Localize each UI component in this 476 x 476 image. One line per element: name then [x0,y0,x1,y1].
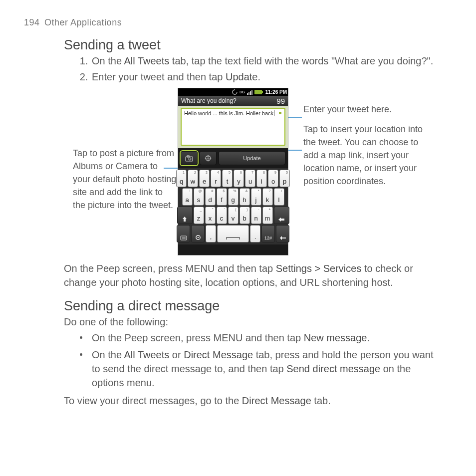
key[interactable]: u7 [245,170,255,187]
figure-row: Tap to post a picture from Albums or Cam… [64,88,441,255]
after-figure-para: On the Peep screen, press MENU and then … [64,261,441,289]
dm-outro: To view your direct messages, go to the … [64,394,441,408]
key[interactable]: m+ [262,207,273,224]
svg-rect-1 [248,92,249,95]
tweet-input-text: Hello world ... this is Jim. Holler back [184,110,273,116]
callout-right-2: Tap to insert your location into the twe… [303,123,433,188]
key[interactable]: d# [205,188,216,206]
svg-rect-10 [181,236,187,240]
heading-sending-tweet: Sending a tweet [64,37,441,53]
camera-button[interactable] [181,151,198,165]
network-3g-icon: 3G [239,90,245,94]
keyboard: q1w2e3r4t5y6u7i8o9p0 a!s@d#f$g%h&j*k?l/ … [178,168,288,244]
key[interactable]: h& [239,188,250,206]
dm-bullet-2: On the All Tweets or Direct Message tab,… [91,348,441,390]
key[interactable] [276,225,289,242]
location-button[interactable] [200,151,217,165]
key[interactable]: x" [205,207,216,224]
key[interactable]: 12# [261,225,275,242]
key[interactable]: l/ [274,188,284,206]
key[interactable]: p0 [279,170,290,187]
key[interactable]: e3 [199,170,210,187]
svg-point-8 [189,158,191,160]
globe-icon [204,154,212,162]
step-1: On the All Tweets tab, tap the text fiel… [91,54,441,68]
sync-icon [232,89,238,95]
key[interactable]: , [206,225,216,242]
svg-rect-2 [250,91,251,95]
key[interactable]: i8 [256,170,267,187]
char-count: 99 [276,97,285,105]
key[interactable]: k? [262,188,273,206]
key[interactable] [177,225,190,242]
dm-bullet-1: On the Peep screen, press MENU and then … [91,331,441,345]
key[interactable] [191,225,205,242]
key[interactable]: a! [182,188,193,206]
phone: 3G 11:26 PM What are you doing? 99 Hello… [178,88,288,255]
key[interactable]: t5 [222,170,233,187]
section-title: Other Applications [44,17,122,27]
body: Sending a tweet On the All Tweets tab, t… [64,37,441,417]
keyboard-row-2: a!s@d#f$g%h&j*k?l/ [179,188,287,206]
title-text: What are you doing? [181,97,237,104]
signal-icon [247,90,252,95]
key[interactable]: w2 [188,170,198,187]
running-header: 194 Other Applications [24,17,122,28]
resize-handle-icon [279,112,281,114]
dm-bullet-list: On the Peep screen, press MENU and then … [64,331,441,390]
update-button[interactable]: Update [219,151,285,165]
keyboard-row-1: q1w2e3r4t5y6u7i8o9p0 [179,170,287,187]
key[interactable]: f$ [217,188,227,206]
key[interactable]: g% [228,188,238,206]
tweet-compose-area: Hello world ... this is Jim. Holler back [178,106,288,148]
battery-icon [254,90,263,94]
key[interactable]: z_ [194,207,204,224]
key[interactable] [177,207,193,224]
svg-rect-5 [262,91,263,93]
svg-point-14 [197,237,199,238]
step-2: Enter your tweet and then tap Update. [91,70,441,84]
key[interactable]: s@ [194,188,204,206]
key[interactable]: r4 [211,170,221,187]
callout-right-1: Enter your tweet here. [303,103,433,116]
key[interactable]: o9 [268,170,278,187]
svg-rect-3 [251,90,252,95]
tweet-input[interactable]: Hello world ... this is Jim. Holler back [181,108,285,146]
callout-left: Tap to post a picture from Albums or Cam… [64,88,178,255]
phone-screenshot: 3G 11:26 PM What are you doing? 99 Hello… [178,88,287,255]
key[interactable]: y6 [234,170,244,187]
keyboard-row-4: ,.12# [179,225,287,242]
key[interactable]: q1 [176,170,187,187]
key[interactable] [274,207,289,224]
key[interactable]: j* [251,188,261,206]
key[interactable]: b) [239,207,250,224]
keyboard-row-3: z_x"c'v(b)n-m+ [179,207,287,224]
steps-list: On the All Tweets tab, tap the text fiel… [64,54,441,84]
key[interactable] [217,225,249,242]
svg-rect-0 [247,93,248,95]
svg-rect-4 [254,90,262,94]
status-bar: 3G 11:26 PM [178,88,288,96]
tool-row: Update [178,148,288,168]
clock: 11:26 PM [265,89,287,95]
page-number: 194 [24,17,40,27]
camera-icon [185,155,193,162]
key[interactable]: v( [228,207,238,224]
key[interactable]: c' [217,207,227,224]
callout-right: Enter your tweet here. Tap to insert you… [287,88,433,255]
text-cursor [274,110,274,116]
key[interactable]: . [250,225,260,242]
title-bar: What are you doing? 99 [178,96,288,106]
heading-direct-message: Sending a direct message [64,298,441,314]
dm-intro: Do one of the following: [64,315,441,329]
key[interactable]: n- [251,207,261,224]
manual-page: 194 Other Applications Sending a tweet O… [0,0,476,476]
